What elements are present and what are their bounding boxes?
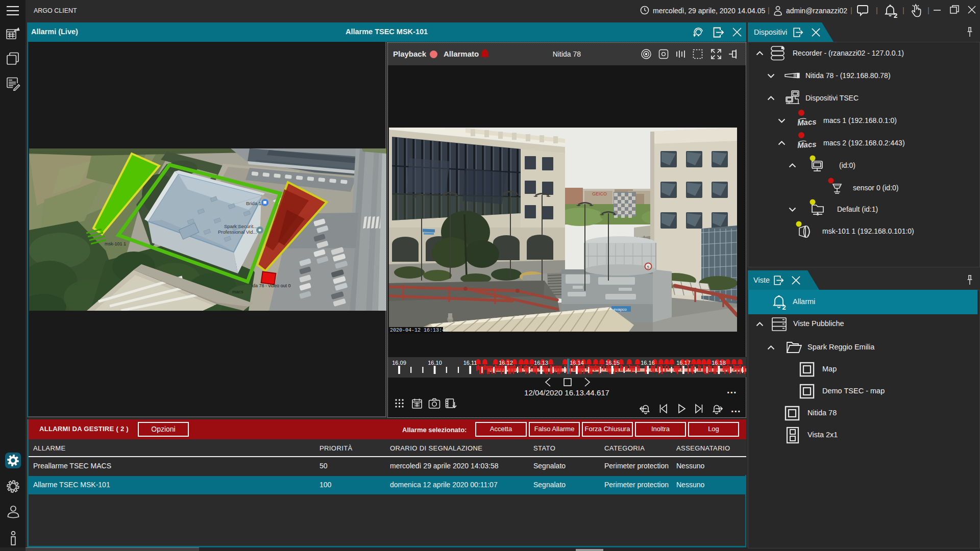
svg-text:16.12: 16.12 [499, 360, 513, 366]
svg-text:16.13: 16.13 [534, 360, 548, 366]
svg-text:2: 2 [782, 304, 786, 310]
svg-text:16.09: 16.09 [392, 360, 406, 366]
svg-text:16.18: 16.18 [712, 360, 726, 366]
svg-text:5: 5 [647, 265, 650, 269]
svg-text:16.16: 16.16 [641, 360, 655, 366]
svg-text:2: 2 [894, 12, 897, 19]
svg-text:evapco: evapco [614, 307, 627, 312]
svg-text:16.15: 16.15 [605, 360, 620, 366]
svg-text:GEICO: GEICO [592, 191, 607, 196]
svg-text:16.10: 16.10 [428, 360, 442, 366]
svg-text:16.17: 16.17 [676, 360, 691, 366]
svg-text:Macs: Macs [797, 140, 817, 150]
svg-text:16.14: 16.14 [570, 360, 584, 366]
svg-text:Macs: Macs [797, 117, 817, 128]
svg-text:16.11: 16.11 [463, 360, 477, 366]
